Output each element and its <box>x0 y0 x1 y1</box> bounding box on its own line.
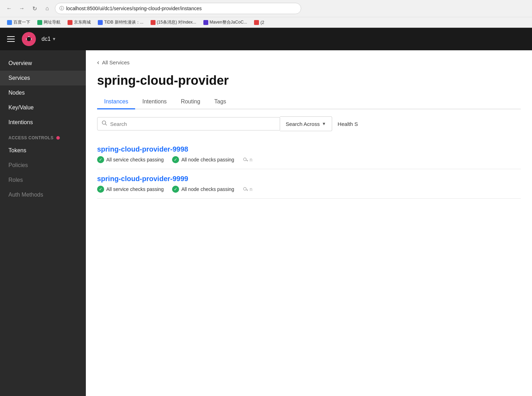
search-row: Search Across ▼ Health S <box>97 116 521 131</box>
node-check-badge-9998: ✓ All node checks passing <box>172 156 234 163</box>
sidebar-item-intentions[interactable]: Intentions <box>0 115 86 130</box>
health-status-label: Health S <box>338 121 358 127</box>
tab-routing[interactable]: Routing <box>174 95 207 109</box>
search-across-label: Search Across <box>286 121 320 127</box>
search-across-button[interactable]: Search Across ▼ <box>280 116 332 131</box>
instance-checks-9999: ✓ All service checks passing ✓ All node … <box>97 186 521 193</box>
service-title: spring-cloud-provider <box>97 73 521 88</box>
svg-point-2 <box>26 38 27 40</box>
back-arrow-icon: ‹ <box>97 59 99 66</box>
logo-circle <box>22 32 36 46</box>
reload-button[interactable]: ↻ <box>30 4 39 13</box>
sidebar-item-roles[interactable]: Roles <box>0 173 86 187</box>
instance-item-9999[interactable]: spring-cloud-provider-9999 ✓ All service… <box>97 169 521 199</box>
bookmark-tidb[interactable]: TiDB 新特性漫谈：... <box>95 19 146 26</box>
tabs-bar: Instances Intentions Routing Tags <box>97 95 521 109</box>
sidebar-item-auth-methods[interactable]: Auth Methods <box>0 187 86 202</box>
home-button[interactable]: ⌂ <box>42 4 52 13</box>
service-check-badge-9998: ✓ All service checks passing <box>97 156 164 163</box>
instance-list: spring-cloud-provider-9998 ✓ All service… <box>97 140 521 199</box>
key-icon-9998: n <box>243 157 253 162</box>
sidebar-item-keyvalue[interactable]: Key/Value <box>0 100 86 115</box>
search-input[interactable] <box>110 121 276 127</box>
consul-logo <box>22 32 36 46</box>
content-area: ‹ All Services spring-cloud-provider Ins… <box>86 50 532 396</box>
service-check-label-9998: All service checks passing <box>106 157 164 162</box>
node-check-badge-9999: ✓ All node checks passing <box>172 186 234 193</box>
breadcrumb-all-services-link[interactable]: All Services <box>102 59 129 65</box>
bookmark-icon-nav <box>37 20 42 25</box>
bookmark-icon-tidb <box>98 20 103 25</box>
search-icon <box>102 120 107 127</box>
bookmark-csdn2[interactable]: (2 <box>251 19 267 26</box>
bookmark-baidu[interactable]: 百度一下 <box>4 19 33 26</box>
service-check-badge-9999: ✓ All service checks passing <box>97 186 164 193</box>
key-icon-9999: n <box>243 186 253 192</box>
forward-button[interactable]: → <box>17 4 27 13</box>
svg-line-4 <box>106 124 107 126</box>
hamburger-line-1 <box>7 36 15 37</box>
bookmark-nav[interactable]: 网址导航 <box>34 19 63 26</box>
main-area: Overview Services Nodes Key/Value Intent… <box>0 50 532 396</box>
svg-point-8 <box>243 187 246 190</box>
bookmark-icon-jd <box>68 20 72 25</box>
tab-tags[interactable]: Tags <box>207 95 233 109</box>
node-check-label-9999: All node checks passing <box>181 186 234 192</box>
key-label-9998: n <box>250 157 253 162</box>
svg-point-5 <box>243 158 246 161</box>
svg-point-1 <box>30 38 32 40</box>
address-bar[interactable]: ⓘ localhost:8500/ui/dc1/services/spring-… <box>55 3 301 14</box>
app-container: dc1 ▼ Overview Services Nodes Key/Value … <box>0 28 532 396</box>
bookmark-maven[interactable]: Maven整合JaCoC... <box>201 19 250 26</box>
instance-item-9998[interactable]: spring-cloud-provider-9998 ✓ All service… <box>97 140 521 169</box>
dc-chevron-icon: ▼ <box>52 37 56 41</box>
bookmark-icon-csdn1 <box>151 20 156 25</box>
url-text: localhost:8500/ui/dc1/services/spring-cl… <box>66 6 202 11</box>
service-check-label-9999: All service checks passing <box>106 186 164 192</box>
back-button[interactable]: ← <box>4 4 14 13</box>
sidebar-item-nodes[interactable]: Nodes <box>0 85 86 100</box>
logo-svg <box>25 36 32 43</box>
sidebar-item-tokens[interactable]: Tokens <box>0 143 86 158</box>
service-check-icon-9998: ✓ <box>97 156 104 163</box>
hamburger-line-3 <box>7 41 15 42</box>
breadcrumb: ‹ All Services <box>97 59 521 66</box>
service-check-icon-9999: ✓ <box>97 186 104 193</box>
bookmark-csdn1[interactable]: (15条消息) 对Index... <box>148 19 199 26</box>
sidebar-item-overview[interactable]: Overview <box>0 56 86 71</box>
sidebar: Overview Services Nodes Key/Value Intent… <box>0 50 86 396</box>
bookmark-icon-csdn2 <box>254 20 259 25</box>
bookmark-icon-maven <box>203 20 208 25</box>
node-check-icon-9999: ✓ <box>172 186 179 193</box>
node-check-icon-9998: ✓ <box>172 156 179 163</box>
bookmark-icon-baidu <box>7 20 12 25</box>
node-check-label-9998: All node checks passing <box>181 157 234 162</box>
tab-instances[interactable]: Instances <box>97 95 135 109</box>
instance-checks-9998: ✓ All service checks passing ✓ All node … <box>97 156 521 163</box>
lock-icon: ⓘ <box>59 5 64 12</box>
instance-name-9999: spring-cloud-provider-9999 <box>97 175 521 183</box>
hamburger-button[interactable] <box>6 35 16 43</box>
dc-label: dc1 <box>42 36 51 42</box>
top-nav: dc1 ▼ <box>0 28 532 50</box>
bookmark-jd[interactable]: 京东商城 <box>65 19 94 26</box>
instance-name-9998: spring-cloud-provider-9998 <box>97 145 521 153</box>
svg-point-0 <box>28 36 30 38</box>
bookmarks-bar: 百度一下 网址导航 京东商城 TiDB 新特性漫谈：... (15条消息) 对I… <box>0 17 532 27</box>
key-label-9999: n <box>250 186 253 192</box>
search-input-container <box>97 117 280 130</box>
access-controls-label: ACCESS CONTROLS <box>0 130 86 143</box>
sidebar-item-services[interactable]: Services <box>0 71 86 85</box>
access-controls-dot <box>56 136 60 140</box>
search-across-chevron-icon: ▼ <box>322 121 326 126</box>
browser-toolbar: ← → ↻ ⌂ ⓘ localhost:8500/ui/dc1/services… <box>0 0 532 17</box>
tab-intentions[interactable]: Intentions <box>135 95 173 109</box>
hamburger-line-2 <box>7 39 15 39</box>
sidebar-item-policies[interactable]: Policies <box>0 158 86 173</box>
dc-selector-button[interactable]: dc1 ▼ <box>42 36 56 42</box>
browser-chrome: ← → ↻ ⌂ ⓘ localhost:8500/ui/dc1/services… <box>0 0 532 28</box>
